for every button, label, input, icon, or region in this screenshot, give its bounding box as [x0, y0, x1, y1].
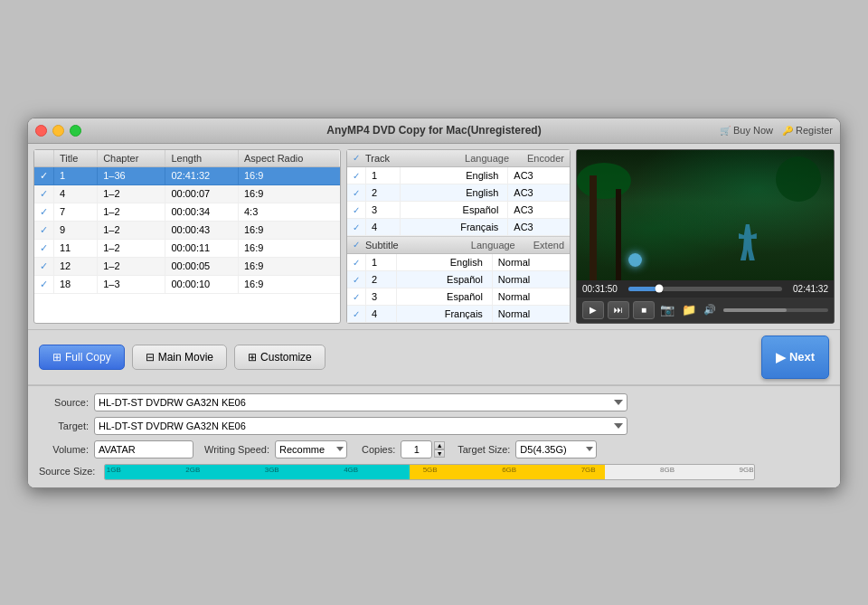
- col-length: Length: [165, 150, 239, 167]
- source-label: Source:: [39, 397, 89, 408]
- copies-increment[interactable]: ▲: [434, 441, 445, 449]
- subtitle-row[interactable]: ✓ 1 English Normal: [347, 254, 570, 271]
- subtitle-row[interactable]: ✓ 3 Español Normal: [347, 288, 570, 305]
- source-size-row: Source Size: 1GB2GB3GB4GB5GB6GB7GB8GB9GB: [39, 464, 829, 480]
- volume-icon: 🔊: [703, 304, 716, 316]
- title-row[interactable]: ✓ 1 1–36 02:41:32 16:9: [34, 166, 340, 184]
- current-time: 00:31:50: [582, 284, 623, 294]
- size-tick: 7GB: [580, 465, 596, 474]
- size-tick: 4GB: [342, 465, 358, 474]
- volume-track[interactable]: [723, 308, 828, 312]
- target-select[interactable]: HL-DT-ST DVDRW GA32N KE06: [94, 417, 627, 435]
- register-button[interactable]: 🔑 Register: [782, 125, 833, 136]
- target-size-select[interactable]: D5(4.35G): [515, 440, 597, 458]
- source-row: Source: HL-DT-ST DVDRW GA32N KE06: [39, 393, 829, 411]
- writing-speed-label: Writing Speed:: [204, 444, 269, 455]
- size-tick: 9GB: [738, 465, 754, 474]
- copies-label: Copies:: [362, 444, 395, 455]
- track-panel: ✓ Track Language Encoder ✓ 1 English AC3…: [346, 149, 571, 324]
- buy-now-button[interactable]: 🛒 Buy Now: [720, 125, 773, 136]
- target-size-label: Target Size:: [458, 444, 510, 455]
- next-button[interactable]: ▶ Next: [761, 336, 829, 379]
- full-copy-button[interactable]: ⊞ Full Copy: [39, 345, 125, 370]
- size-tick: 1GB: [105, 465, 121, 474]
- preview-image: [577, 150, 834, 280]
- spinner-buttons: ▲ ▼: [434, 441, 445, 458]
- title-panel: Title Chapter Length Aspect Radio ✓ 1 1–…: [33, 149, 341, 324]
- title-row[interactable]: ✓ 12 1–2 00:00:05 16:9: [34, 257, 340, 275]
- subtitle-row[interactable]: ✓ 4 Français Normal: [347, 305, 570, 322]
- main-movie-button[interactable]: ⊟ Main Movie: [132, 345, 227, 370]
- size-tick: 6GB: [500, 465, 516, 474]
- track-table: ✓ 1 English AC3 ✓ 2 English AC3 ✓ 3 Espa…: [347, 167, 570, 236]
- target-label: Target:: [39, 421, 89, 431]
- traffic-lights: [35, 125, 81, 137]
- size-bar-ticks: 1GB2GB3GB4GB5GB6GB7GB8GB9GB: [105, 465, 754, 479]
- source-size-label: Source Size:: [39, 466, 95, 477]
- titlebar-actions: 🛒 Buy Now 🔑 Register: [720, 125, 833, 136]
- copies-input[interactable]: [401, 440, 432, 458]
- copies-spinner: ▲ ▼: [401, 440, 445, 458]
- title-row[interactable]: ✓ 9 1–2 00:00:43 16:9: [34, 221, 340, 239]
- title-table: Title Chapter Length Aspect Radio ✓ 1 1–…: [34, 150, 340, 294]
- maximize-button[interactable]: [70, 125, 81, 137]
- screenshot-button[interactable]: 📷: [658, 301, 676, 318]
- col-check: [34, 150, 54, 167]
- volume-row: Volume: Writing Speed: Recomme Copies: ▲…: [39, 440, 829, 458]
- source-select[interactable]: HL-DT-ST DVDRW GA32N KE06: [94, 393, 627, 411]
- folder-button[interactable]: 📁: [680, 301, 698, 318]
- next-arrow-icon: ▶: [776, 350, 786, 364]
- col-aspect: Aspect Radio: [238, 150, 340, 167]
- size-tick: 2GB: [184, 465, 200, 474]
- copies-decrement[interactable]: ▼: [434, 449, 445, 458]
- minimize-button[interactable]: [52, 125, 64, 137]
- title-row[interactable]: ✓ 4 1–2 00:00:07 16:9: [34, 184, 340, 203]
- title-row[interactable]: ✓ 7 1–2 00:00:34 4:3: [34, 203, 340, 221]
- customize-icon: ⊞: [248, 351, 257, 364]
- preview-area: [577, 150, 834, 280]
- close-button[interactable]: [35, 125, 47, 137]
- main-content: Title Chapter Length Aspect Radio ✓ 1 1–…: [28, 144, 840, 330]
- controls-bar: ▶ ⏭ ■ 📷 📁 🔊: [577, 298, 834, 323]
- track-row[interactable]: ✓ 2 English AC3: [347, 184, 570, 201]
- size-tick: 3GB: [263, 465, 279, 474]
- application-window: AnyMP4 DVD Copy for Mac(Unregistered) 🛒 …: [27, 118, 841, 488]
- window-title: AnyMP4 DVD Copy for Mac(Unregistered): [326, 124, 541, 137]
- play-button[interactable]: ▶: [582, 301, 604, 319]
- bottom-form: Source: HL-DT-ST DVDRW GA32N KE06 Target…: [28, 385, 840, 487]
- progress-track[interactable]: [628, 287, 782, 291]
- action-buttons-row: ⊞ Full Copy ⊟ Main Movie ⊞ Customize ▶ N…: [28, 330, 840, 385]
- col-chapter: Chapter: [98, 150, 165, 167]
- volume-label: Volume:: [39, 444, 89, 455]
- next-frame-button[interactable]: ⏭: [608, 301, 629, 319]
- total-time: 02:41:32: [788, 284, 828, 294]
- target-row: Target: HL-DT-ST DVDRW GA32N KE06: [39, 417, 829, 435]
- preview-panel: 00:31:50 02:41:32 ▶ ⏭ ■ 📷 📁 🔊: [576, 149, 835, 324]
- size-bar: 1GB2GB3GB4GB5GB6GB7GB8GB9GB: [104, 464, 755, 480]
- subtitle-row[interactable]: ✓ 2 Español Normal: [347, 270, 570, 288]
- writing-speed-select[interactable]: Recomme: [275, 440, 347, 458]
- customize-button[interactable]: ⊞ Customize: [234, 345, 326, 370]
- title-row[interactable]: ✓ 18 1–3 00:00:10 16:9: [34, 275, 340, 293]
- title-row[interactable]: ✓ 11 1–2 00:00:11 16:9: [34, 239, 340, 257]
- volume-input[interactable]: [94, 440, 193, 458]
- volume-fill: [723, 308, 787, 312]
- full-copy-icon: ⊞: [52, 351, 61, 364]
- track-row[interactable]: ✓ 3 Español AC3: [347, 201, 570, 218]
- size-tick: 8GB: [658, 465, 675, 474]
- track-row[interactable]: ✓ 4 Français AC3: [347, 218, 570, 235]
- subtitle-header: ✓ Subtitle Language Extend: [347, 236, 570, 254]
- subtitle-table: ✓ 1 English Normal ✓ 2 Español Normal ✓ …: [347, 254, 570, 323]
- track-row[interactable]: ✓ 1 English AC3: [347, 167, 570, 184]
- cart-icon: 🛒: [720, 126, 731, 136]
- progress-thumb: [656, 285, 664, 293]
- track-header: ✓ Track Language Encoder: [347, 150, 570, 167]
- size-tick: 5GB: [421, 465, 438, 474]
- col-title: Title: [54, 150, 98, 167]
- titlebar: AnyMP4 DVD Copy for Mac(Unregistered) 🛒 …: [28, 118, 840, 144]
- timeline-bar: 00:31:50 02:41:32: [577, 280, 834, 298]
- main-movie-icon: ⊟: [146, 351, 155, 364]
- key-icon: 🔑: [782, 126, 793, 136]
- stop-button[interactable]: ■: [633, 301, 655, 319]
